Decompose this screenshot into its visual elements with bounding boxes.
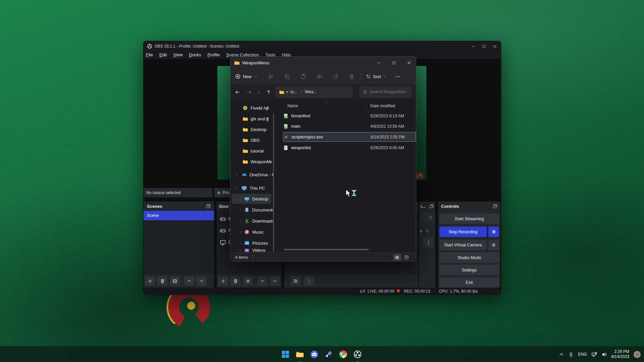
expand-chevron-icon[interactable]	[238, 197, 242, 200]
network-icon[interactable]	[591, 352, 597, 357]
recent-locations-icon[interactable]	[257, 90, 261, 95]
taskbar-discord[interactable]	[308, 348, 321, 361]
menu-profile[interactable]: Profile	[207, 52, 220, 57]
search-box[interactable]	[360, 86, 411, 97]
sidebar-item-desktop-qa[interactable]: Desktop	[232, 124, 272, 134]
tray-overflow-icon[interactable]	[559, 352, 564, 357]
exit-button[interactable]: Exit	[439, 277, 499, 288]
sidebar-item-pictures[interactable]: Pictures	[232, 238, 274, 248]
up-icon up-button[interactable]	[266, 89, 271, 95]
scene-down-button[interactable]	[197, 276, 207, 286]
remove-source-button[interactable]	[230, 276, 240, 286]
sidebar-item-gfx[interactable]: gfx and g	[232, 114, 272, 124]
obs-close-button[interactable]	[489, 42, 500, 51]
popout-icon[interactable]	[429, 204, 434, 208]
microphone-icon[interactable]	[568, 352, 574, 357]
file-row-weaponlist[interactable]: weaponlist 5/26/2023 6:00 AM	[283, 143, 416, 153]
sidebar-scrollbar[interactable]	[273, 114, 274, 252]
scene-list-item[interactable]: Scene	[144, 211, 214, 220]
language-indicator[interactable]: ENG	[578, 352, 587, 357]
mixer-menu-button[interactable]	[304, 276, 314, 286]
explorer-close-button[interactable]	[401, 57, 416, 69]
details-view-button[interactable]	[393, 254, 401, 261]
add-scene-button[interactable]	[145, 276, 155, 286]
rename-button[interactable]	[315, 72, 324, 81]
taskbar-file-explorer[interactable]	[293, 348, 307, 361]
transition-select-fragment[interactable]	[421, 214, 434, 222]
taskbar-obs[interactable]	[351, 348, 364, 361]
column-header-name[interactable]: Name	[287, 104, 298, 108]
copy-button[interactable]	[282, 72, 292, 81]
add-source-button[interactable]	[218, 276, 228, 286]
sort-button[interactable]: Sort	[366, 74, 387, 79]
expand-chevron-icon[interactable]	[238, 249, 242, 252]
new-button[interactable]: New	[235, 74, 258, 79]
transitions-menu-button[interactable]	[423, 238, 433, 247]
popout-icon[interactable]	[493, 204, 497, 208]
taskbar-chrome[interactable]	[336, 348, 350, 361]
mixer-filters-button[interactable]	[290, 276, 301, 286]
obs-maximize-button[interactable]	[479, 42, 489, 51]
cut-button[interactable]	[266, 72, 276, 81]
source-properties-button[interactable]	[243, 276, 253, 286]
expand-chevron-icon[interactable]	[235, 173, 238, 176]
breadcrumb-parent[interactable]: tu...	[290, 89, 298, 94]
explorer-maximize-button[interactable]	[386, 57, 401, 69]
source-up-button[interactable]	[257, 276, 267, 286]
remove-scene-button[interactable]	[157, 276, 167, 286]
delete-button[interactable]	[347, 72, 356, 81]
back-icon back-button[interactable]	[235, 89, 240, 95]
obs-titlebar[interactable]: OBS 29.1.1 - Profile: Untitled - Scenes:…	[144, 41, 501, 51]
taskbar-clock[interactable]: 2:29 PM 8/14/2023	[611, 349, 629, 359]
sidebar-item-tutorial[interactable]: tutorial	[232, 146, 272, 156]
start-streaming-button[interactable]: Start Streaming	[439, 214, 499, 224]
file-row-scripterinject[interactable]: scripterinject.exe 8/14/2023 2:05 PM	[283, 132, 416, 142]
breadcrumb-overflow[interactable]: «	[286, 89, 288, 94]
expand-chevron-icon[interactable]	[238, 230, 242, 234]
expand-chevron-icon[interactable]	[238, 219, 242, 223]
column-header-date[interactable]: Date modified	[370, 104, 395, 108]
forward-icon[interactable]	[247, 89, 252, 95]
expand-chevron-icon[interactable]	[238, 241, 242, 245]
popout-icon[interactable]	[206, 204, 211, 208]
expand-chevron-icon[interactable]	[238, 208, 242, 212]
start-virtual-camera-button[interactable]: Start Virtual Camera	[439, 240, 487, 250]
sidebar-item-documents[interactable]: Documents	[232, 205, 274, 215]
address-field[interactable]: « tu... Wea...	[276, 86, 352, 97]
sidebar-item-fivem[interactable]: FiveM Ap	[232, 103, 272, 113]
explorer-minimize-button[interactable]	[371, 57, 386, 69]
content-view-button[interactable]	[402, 254, 411, 261]
virtual-camera-settings-button[interactable]	[488, 240, 499, 250]
breadcrumb-current[interactable]: Wea...	[305, 89, 317, 94]
explorer-titlebar[interactable]: WeaponMenu	[230, 57, 416, 69]
menu-docks[interactable]: Docks	[189, 52, 201, 57]
taskbar-steam[interactable]	[322, 348, 335, 361]
sidebar-item-onedrive[interactable]: OneDrive - Pe	[232, 170, 274, 180]
pause-recording-button[interactable]	[488, 227, 499, 237]
sidebar-item-weaponmenu[interactable]: WeaponMe	[232, 157, 272, 167]
resize-grip[interactable]	[496, 290, 500, 293]
menu-file[interactable]: File	[146, 52, 153, 57]
start-button[interactable]	[279, 348, 292, 361]
obs-minimize-button[interactable]	[468, 42, 479, 51]
see-more-button[interactable]	[393, 72, 402, 81]
menu-edit[interactable]: Edit	[159, 52, 167, 57]
search-input[interactable]	[370, 89, 407, 94]
notification-badge[interactable]: 10	[634, 351, 641, 358]
sidebar-item-this-pc[interactable]: This PC	[232, 183, 274, 193]
scene-filters-button[interactable]	[170, 276, 180, 286]
speaker-icon[interactable]	[601, 352, 607, 357]
paste-button[interactable]	[299, 72, 308, 81]
settings-button[interactable]: Settings	[439, 265, 499, 275]
source-down-button[interactable]	[270, 276, 280, 286]
horizontal-scrollbar[interactable]	[284, 249, 369, 250]
scene-up-button[interactable]	[184, 276, 194, 286]
stop-recording-button[interactable]: Stop Recording	[439, 227, 487, 237]
sidebar-item-downloads[interactable]: Downloads	[232, 216, 274, 226]
sidebar-item-music[interactable]: Music	[232, 227, 274, 237]
sidebar-item-desktop[interactable]: Desktop	[232, 194, 271, 204]
studio-mode-button[interactable]: Studio Mode	[439, 252, 499, 263]
menu-view[interactable]: View	[173, 52, 182, 57]
sidebar-item-videos[interactable]: Videos	[232, 248, 274, 252]
collapse-chevron-icon[interactable]	[235, 186, 238, 190]
